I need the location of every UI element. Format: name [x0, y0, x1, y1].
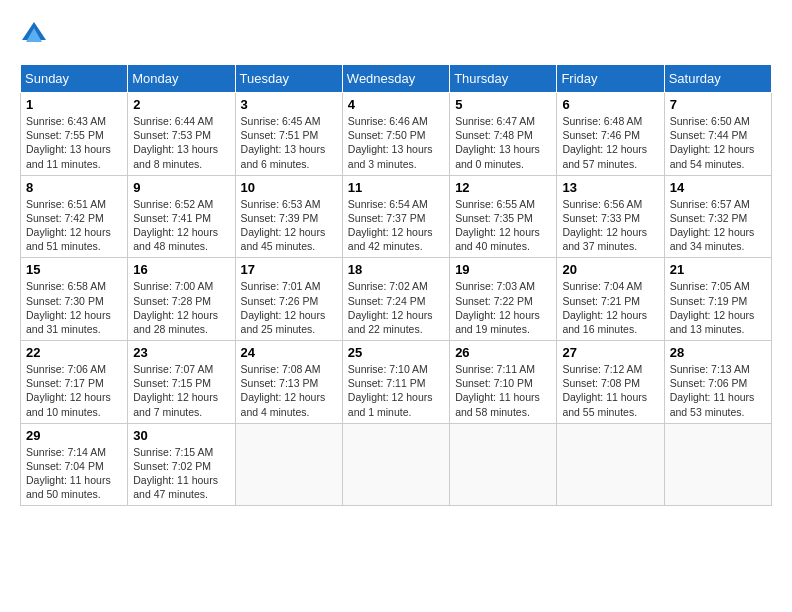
- day-number: 30: [133, 428, 229, 443]
- logo-icon: [20, 20, 48, 48]
- day-info: Sunrise: 7:08 AMSunset: 7:13 PMDaylight:…: [241, 362, 337, 419]
- day-info: Sunrise: 6:55 AMSunset: 7:35 PMDaylight:…: [455, 197, 551, 254]
- day-number: 2: [133, 97, 229, 112]
- calendar-cell: 7Sunrise: 6:50 AMSunset: 7:44 PMDaylight…: [664, 93, 771, 176]
- day-info: Sunrise: 6:52 AMSunset: 7:41 PMDaylight:…: [133, 197, 229, 254]
- day-number: 28: [670, 345, 766, 360]
- day-info: Sunrise: 7:02 AMSunset: 7:24 PMDaylight:…: [348, 279, 444, 336]
- day-info: Sunrise: 7:05 AMSunset: 7:19 PMDaylight:…: [670, 279, 766, 336]
- logo: [20, 20, 52, 48]
- day-info: Sunrise: 6:44 AMSunset: 7:53 PMDaylight:…: [133, 114, 229, 171]
- calendar-cell: 9Sunrise: 6:52 AMSunset: 7:41 PMDaylight…: [128, 175, 235, 258]
- calendar-cell: 13Sunrise: 6:56 AMSunset: 7:33 PMDayligh…: [557, 175, 664, 258]
- calendar-cell: 4Sunrise: 6:46 AMSunset: 7:50 PMDaylight…: [342, 93, 449, 176]
- day-info: Sunrise: 6:53 AMSunset: 7:39 PMDaylight:…: [241, 197, 337, 254]
- day-info: Sunrise: 6:43 AMSunset: 7:55 PMDaylight:…: [26, 114, 122, 171]
- day-number: 25: [348, 345, 444, 360]
- day-number: 4: [348, 97, 444, 112]
- day-info: Sunrise: 6:47 AMSunset: 7:48 PMDaylight:…: [455, 114, 551, 171]
- calendar-cell: 8Sunrise: 6:51 AMSunset: 7:42 PMDaylight…: [21, 175, 128, 258]
- col-header-wednesday: Wednesday: [342, 65, 449, 93]
- week-row-3: 15Sunrise: 6:58 AMSunset: 7:30 PMDayligh…: [21, 258, 772, 341]
- calendar-header-row: SundayMondayTuesdayWednesdayThursdayFrid…: [21, 65, 772, 93]
- day-number: 17: [241, 262, 337, 277]
- calendar-cell: 15Sunrise: 6:58 AMSunset: 7:30 PMDayligh…: [21, 258, 128, 341]
- calendar-cell: 25Sunrise: 7:10 AMSunset: 7:11 PMDayligh…: [342, 341, 449, 424]
- calendar-cell: 3Sunrise: 6:45 AMSunset: 7:51 PMDaylight…: [235, 93, 342, 176]
- calendar-cell: 21Sunrise: 7:05 AMSunset: 7:19 PMDayligh…: [664, 258, 771, 341]
- calendar-cell: 1Sunrise: 6:43 AMSunset: 7:55 PMDaylight…: [21, 93, 128, 176]
- calendar-cell: 27Sunrise: 7:12 AMSunset: 7:08 PMDayligh…: [557, 341, 664, 424]
- day-number: 16: [133, 262, 229, 277]
- day-number: 5: [455, 97, 551, 112]
- day-number: 3: [241, 97, 337, 112]
- calendar-cell: [664, 423, 771, 506]
- day-info: Sunrise: 7:01 AMSunset: 7:26 PMDaylight:…: [241, 279, 337, 336]
- week-row-5: 29Sunrise: 7:14 AMSunset: 7:04 PMDayligh…: [21, 423, 772, 506]
- day-info: Sunrise: 6:58 AMSunset: 7:30 PMDaylight:…: [26, 279, 122, 336]
- col-header-monday: Monday: [128, 65, 235, 93]
- day-info: Sunrise: 7:07 AMSunset: 7:15 PMDaylight:…: [133, 362, 229, 419]
- day-info: Sunrise: 6:56 AMSunset: 7:33 PMDaylight:…: [562, 197, 658, 254]
- calendar-cell: 28Sunrise: 7:13 AMSunset: 7:06 PMDayligh…: [664, 341, 771, 424]
- day-number: 23: [133, 345, 229, 360]
- day-number: 6: [562, 97, 658, 112]
- day-info: Sunrise: 7:10 AMSunset: 7:11 PMDaylight:…: [348, 362, 444, 419]
- day-number: 11: [348, 180, 444, 195]
- calendar-cell: [557, 423, 664, 506]
- day-info: Sunrise: 7:11 AMSunset: 7:10 PMDaylight:…: [455, 362, 551, 419]
- day-info: Sunrise: 6:51 AMSunset: 7:42 PMDaylight:…: [26, 197, 122, 254]
- calendar-cell: 29Sunrise: 7:14 AMSunset: 7:04 PMDayligh…: [21, 423, 128, 506]
- day-number: 27: [562, 345, 658, 360]
- col-header-saturday: Saturday: [664, 65, 771, 93]
- day-number: 26: [455, 345, 551, 360]
- day-number: 20: [562, 262, 658, 277]
- calendar-cell: 22Sunrise: 7:06 AMSunset: 7:17 PMDayligh…: [21, 341, 128, 424]
- week-row-4: 22Sunrise: 7:06 AMSunset: 7:17 PMDayligh…: [21, 341, 772, 424]
- calendar-cell: [450, 423, 557, 506]
- day-info: Sunrise: 7:12 AMSunset: 7:08 PMDaylight:…: [562, 362, 658, 419]
- day-info: Sunrise: 6:48 AMSunset: 7:46 PMDaylight:…: [562, 114, 658, 171]
- day-number: 22: [26, 345, 122, 360]
- day-number: 15: [26, 262, 122, 277]
- week-row-1: 1Sunrise: 6:43 AMSunset: 7:55 PMDaylight…: [21, 93, 772, 176]
- day-number: 12: [455, 180, 551, 195]
- calendar-cell: 23Sunrise: 7:07 AMSunset: 7:15 PMDayligh…: [128, 341, 235, 424]
- day-number: 10: [241, 180, 337, 195]
- day-info: Sunrise: 6:45 AMSunset: 7:51 PMDaylight:…: [241, 114, 337, 171]
- day-number: 24: [241, 345, 337, 360]
- calendar-cell: 10Sunrise: 6:53 AMSunset: 7:39 PMDayligh…: [235, 175, 342, 258]
- day-info: Sunrise: 6:54 AMSunset: 7:37 PMDaylight:…: [348, 197, 444, 254]
- day-number: 7: [670, 97, 766, 112]
- calendar-cell: 2Sunrise: 6:44 AMSunset: 7:53 PMDaylight…: [128, 93, 235, 176]
- day-number: 21: [670, 262, 766, 277]
- calendar-cell: 17Sunrise: 7:01 AMSunset: 7:26 PMDayligh…: [235, 258, 342, 341]
- day-number: 9: [133, 180, 229, 195]
- day-info: Sunrise: 6:57 AMSunset: 7:32 PMDaylight:…: [670, 197, 766, 254]
- day-info: Sunrise: 7:04 AMSunset: 7:21 PMDaylight:…: [562, 279, 658, 336]
- day-info: Sunrise: 7:15 AMSunset: 7:02 PMDaylight:…: [133, 445, 229, 502]
- day-number: 14: [670, 180, 766, 195]
- day-number: 18: [348, 262, 444, 277]
- day-number: 29: [26, 428, 122, 443]
- day-info: Sunrise: 6:50 AMSunset: 7:44 PMDaylight:…: [670, 114, 766, 171]
- calendar-cell: 5Sunrise: 6:47 AMSunset: 7:48 PMDaylight…: [450, 93, 557, 176]
- calendar-table: SundayMondayTuesdayWednesdayThursdayFrid…: [20, 64, 772, 506]
- page-header: [20, 20, 772, 48]
- calendar-cell: 16Sunrise: 7:00 AMSunset: 7:28 PMDayligh…: [128, 258, 235, 341]
- col-header-tuesday: Tuesday: [235, 65, 342, 93]
- calendar-cell: 19Sunrise: 7:03 AMSunset: 7:22 PMDayligh…: [450, 258, 557, 341]
- calendar-cell: 11Sunrise: 6:54 AMSunset: 7:37 PMDayligh…: [342, 175, 449, 258]
- calendar-cell: 20Sunrise: 7:04 AMSunset: 7:21 PMDayligh…: [557, 258, 664, 341]
- day-info: Sunrise: 6:46 AMSunset: 7:50 PMDaylight:…: [348, 114, 444, 171]
- day-info: Sunrise: 7:06 AMSunset: 7:17 PMDaylight:…: [26, 362, 122, 419]
- calendar-cell: 18Sunrise: 7:02 AMSunset: 7:24 PMDayligh…: [342, 258, 449, 341]
- week-row-2: 8Sunrise: 6:51 AMSunset: 7:42 PMDaylight…: [21, 175, 772, 258]
- day-info: Sunrise: 7:14 AMSunset: 7:04 PMDaylight:…: [26, 445, 122, 502]
- day-info: Sunrise: 7:00 AMSunset: 7:28 PMDaylight:…: [133, 279, 229, 336]
- day-number: 8: [26, 180, 122, 195]
- col-header-friday: Friday: [557, 65, 664, 93]
- calendar-cell: 14Sunrise: 6:57 AMSunset: 7:32 PMDayligh…: [664, 175, 771, 258]
- calendar-cell: 12Sunrise: 6:55 AMSunset: 7:35 PMDayligh…: [450, 175, 557, 258]
- calendar-cell: 30Sunrise: 7:15 AMSunset: 7:02 PMDayligh…: [128, 423, 235, 506]
